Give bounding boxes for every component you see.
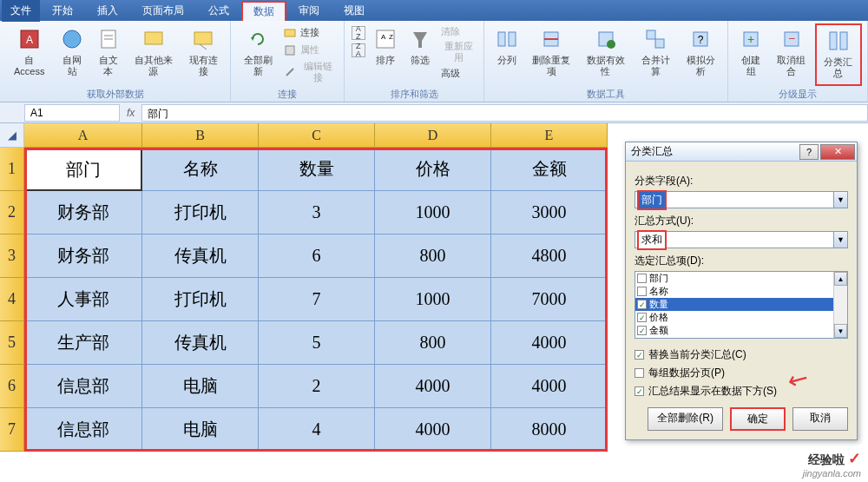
sort-za-button[interactable]: ZA	[350, 43, 367, 58]
col-header-A[interactable]: A	[24, 123, 142, 148]
cell-D2[interactable]: 1000	[375, 191, 491, 234]
dialog-help-button[interactable]: ?	[799, 144, 819, 160]
cell-C3[interactable]: 6	[259, 234, 375, 278]
dropdown-arrow-icon[interactable]: ▼	[833, 192, 847, 208]
cell-C7[interactable]: 4	[259, 408, 375, 452]
dropdown-arrow-icon[interactable]: ▼	[833, 232, 847, 248]
checkbox-icon[interactable]: ✓	[637, 313, 647, 322]
cell-B1[interactable]: 名称	[142, 148, 259, 191]
tab-formula[interactable]: 公式	[196, 0, 241, 22]
cell-D5[interactable]: 800	[375, 321, 491, 365]
remove-duplicates-button[interactable]: 删除重复项	[525, 23, 578, 86]
cell-B3[interactable]: 传真机	[142, 234, 259, 278]
dialog-titlebar[interactable]: 分类汇总 ? ✕	[626, 142, 857, 162]
row-header-6[interactable]: 6	[0, 365, 24, 408]
cell-A3[interactable]: 财务部	[24, 234, 142, 278]
tab-layout[interactable]: 页面布局	[130, 0, 196, 22]
ungroup-button[interactable]: −取消组合	[770, 23, 813, 86]
cell-C4[interactable]: 7	[259, 278, 375, 321]
cell-B5[interactable]: 传真机	[142, 321, 259, 365]
method-combo[interactable]: 求和 ▼	[635, 231, 848, 248]
cell-C2[interactable]: 3	[259, 191, 375, 234]
existing-conn-button[interactable]: 现有连接	[181, 23, 225, 86]
connections-button[interactable]: 连接	[281, 25, 338, 41]
cell-A4[interactable]: 人事部	[24, 278, 142, 321]
select-all-corner[interactable]: ◢	[0, 123, 24, 148]
cell-D1[interactable]: 价格	[375, 148, 491, 191]
col-header-D[interactable]: D	[375, 123, 491, 148]
subtotal-button[interactable]: 分类汇总	[815, 23, 862, 86]
cell-E6[interactable]: 4000	[491, 365, 608, 408]
checkbox-icon[interactable]	[635, 368, 644, 378]
cell-E2[interactable]: 3000	[491, 191, 608, 234]
checkbox-icon[interactable]: ✓	[637, 326, 647, 335]
checkbox-icon[interactable]: ✓	[637, 300, 647, 309]
field-combo[interactable]: 部门 ▼	[635, 191, 848, 208]
consolidate-button[interactable]: 合并计算	[634, 23, 677, 86]
cell-C6[interactable]: 2	[259, 365, 375, 408]
row-header-5[interactable]: 5	[0, 321, 24, 365]
row-header-4[interactable]: 4	[0, 278, 24, 321]
cell-B7[interactable]: 电脑	[142, 408, 259, 452]
from-text-button[interactable]: 自文本	[91, 23, 126, 86]
sort-button[interactable]: AZ排序	[369, 23, 402, 86]
sort-az-button[interactable]: AZ	[350, 25, 367, 41]
formula-bar[interactable]: 部门	[141, 104, 868, 122]
cell-A5[interactable]: 生产部	[24, 321, 142, 365]
cell-A6[interactable]: 信息部	[24, 365, 142, 408]
row-header-7[interactable]: 7	[0, 408, 24, 452]
from-other-button[interactable]: 自其他来源	[127, 23, 180, 86]
tab-review[interactable]: 审阅	[286, 0, 332, 22]
from-web-button[interactable]: 自网站	[55, 23, 89, 86]
group-button[interactable]: +创建组	[733, 23, 768, 86]
row-header-2[interactable]: 2	[0, 191, 24, 234]
cell-A7[interactable]: 信息部	[24, 408, 142, 452]
advanced-button[interactable]: 高级	[439, 67, 479, 80]
tab-home[interactable]: 开始	[40, 0, 85, 22]
cell-A2[interactable]: 财务部	[24, 191, 142, 234]
dialog-close-button[interactable]: ✕	[820, 144, 855, 160]
cell-E3[interactable]: 4800	[491, 234, 608, 278]
name-box[interactable]: A1	[24, 104, 120, 122]
ok-button[interactable]: 确定	[730, 407, 786, 431]
refresh-all-button[interactable]: 全部刷新	[236, 23, 279, 86]
cell-B6[interactable]: 电脑	[142, 365, 259, 408]
col-header-E[interactable]: E	[491, 123, 608, 148]
cell-D7[interactable]: 4000	[375, 408, 491, 452]
cell-A1[interactable]: 部门	[24, 148, 142, 191]
checkbox-icon[interactable]: ✓	[635, 350, 644, 360]
cell-D6[interactable]: 4000	[375, 365, 491, 408]
remove-all-button[interactable]: 全部删除(R)	[648, 407, 723, 431]
row-header-1[interactable]: 1	[0, 148, 24, 191]
opt-pagebreak[interactable]: 每组数据分页(P)	[635, 366, 848, 380]
col-header-C[interactable]: C	[259, 123, 375, 148]
cancel-button[interactable]: 取消	[792, 407, 848, 431]
items-listbox[interactable]: 部门 名称 ✓数量 ✓价格 ✓金额 ▲▼	[635, 271, 848, 339]
cell-C5[interactable]: 5	[259, 321, 375, 365]
whatif-button[interactable]: ?模拟分析	[679, 23, 722, 86]
checkbox-icon[interactable]	[637, 274, 647, 283]
clear-button[interactable]: 清除	[439, 25, 479, 38]
opt-below[interactable]: ✓汇总结果显示在数据下方(S)	[635, 384, 848, 399]
filter-button[interactable]: 筛选	[404, 23, 437, 86]
row-header-3[interactable]: 3	[0, 234, 24, 278]
cell-B2[interactable]: 打印机	[142, 191, 259, 234]
cell-C1[interactable]: 数量	[259, 148, 375, 191]
tab-file[interactable]: 文件	[2, 0, 40, 22]
data-validation-button[interactable]: 数据有效性	[580, 23, 633, 86]
cell-E4[interactable]: 7000	[491, 278, 608, 321]
text-to-columns-button[interactable]: 分列	[490, 23, 523, 86]
cell-E1[interactable]: 金额	[491, 148, 608, 191]
cell-E5[interactable]: 4000	[491, 321, 608, 365]
reapply-button[interactable]: 重新应用	[439, 40, 479, 64]
from-access-button[interactable]: A自 Access	[5, 23, 53, 86]
listbox-scrollbar[interactable]: ▲▼	[833, 272, 847, 338]
tab-data[interactable]: 数据	[241, 1, 286, 21]
cell-E7[interactable]: 8000	[491, 408, 608, 452]
checkbox-icon[interactable]	[637, 287, 647, 296]
cell-B4[interactable]: 打印机	[142, 278, 259, 321]
tab-view[interactable]: 视图	[332, 0, 377, 22]
opt-replace[interactable]: ✓替换当前分类汇总(C)	[635, 347, 848, 362]
properties-button[interactable]: 属性	[281, 43, 338, 58]
cell-D4[interactable]: 1000	[375, 278, 491, 321]
